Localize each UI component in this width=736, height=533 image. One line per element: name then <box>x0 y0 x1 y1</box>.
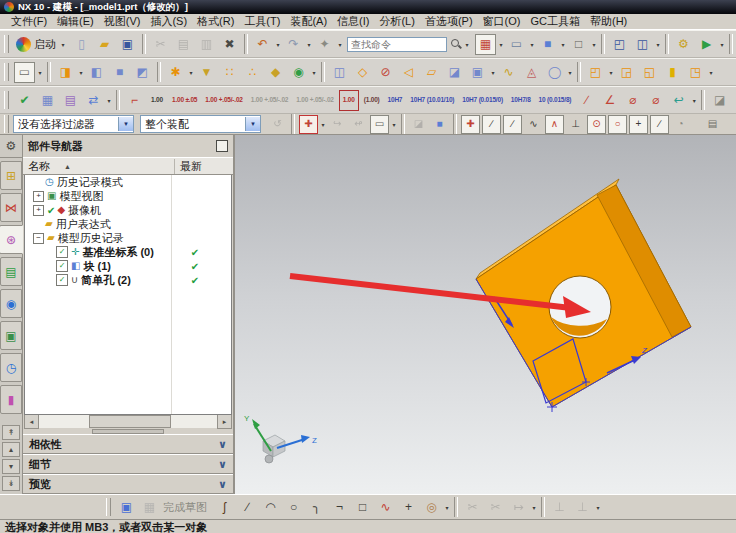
snap-quadrant-icon[interactable]: ○ <box>608 115 627 134</box>
view-layout-icon[interactable]: ▦ <box>475 34 496 55</box>
revolve-icon[interactable]: ◧ <box>86 62 107 83</box>
chamfer-icon[interactable]: ◪ <box>444 62 465 83</box>
part-navigator-icon[interactable]: ⊛ <box>0 225 23 254</box>
history-palette-icon[interactable]: ▣ <box>0 321 22 350</box>
point-icon[interactable]: + <box>398 497 419 518</box>
scroll-first-icon[interactable]: ↟ <box>2 425 20 440</box>
chevron-down-icon[interactable] <box>187 63 195 82</box>
snap-center-icon[interactable]: ⊙ <box>587 115 606 134</box>
tree-item-block[interactable]: ✓ ◧ 块 (1) ✔ <box>25 259 231 273</box>
menu-item[interactable]: 窗口(O) <box>478 14 526 29</box>
chevron-down-icon[interactable]: ∨ <box>218 458 227 471</box>
marquee-rectangle-icon[interactable]: ▭ <box>370 115 389 134</box>
tree-item-history-mode[interactable]: ◷ 历史记录模式 <box>25 175 231 189</box>
sphere-icon[interactable]: ◯ <box>544 62 565 83</box>
section-dependencies[interactable]: 相依性 ∨ <box>23 434 233 454</box>
rectangle-icon[interactable]: □ <box>352 497 373 518</box>
undo-icon[interactable]: ↶ <box>252 34 273 55</box>
feature-checkbox[interactable]: ✓ <box>56 246 68 258</box>
line-icon[interactable]: ∕ <box>237 497 258 518</box>
perpendicular-dimension-icon[interactable]: ∠ <box>599 90 620 111</box>
command-search-input[interactable] <box>347 37 447 52</box>
feature-checkbox[interactable]: ✓ <box>56 274 68 286</box>
mirror-feature-icon[interactable]: ◫ <box>329 62 350 83</box>
chevron-down-icon[interactable] <box>390 115 398 134</box>
replace-face-icon[interactable]: ◳ <box>685 62 706 83</box>
open-icon[interactable]: ▰ <box>94 34 115 55</box>
general-selection-icon[interactable]: ↺ <box>268 115 287 134</box>
snap-all-icon[interactable]: ✚ <box>461 115 480 134</box>
fit-format-10H7[interactable]: 10H7 <box>385 90 406 111</box>
chevron-down-icon[interactable] <box>305 35 313 54</box>
copy-icon[interactable]: ▤ <box>173 34 194 55</box>
chamfer-icon[interactable]: ¬ <box>329 497 350 518</box>
view-triad[interactable]: Y Z <box>244 414 317 463</box>
chevron-down-icon[interactable]: ∨ <box>218 478 227 491</box>
pattern-feature-icon[interactable]: ∷ <box>219 62 240 83</box>
section-preview[interactable]: 预览 ∨ <box>23 474 233 494</box>
arc-icon[interactable]: ◠ <box>260 497 281 518</box>
tree-item-datum-csys[interactable]: ✓ ✛ 基准坐标系 (0) ✔ <box>25 245 231 259</box>
menu-item[interactable]: 首选项(P) <box>420 14 478 29</box>
adjust-face-icon[interactable]: ◱ <box>639 62 660 83</box>
finish-sketch-label[interactable]: 完成草图 <box>163 500 207 515</box>
paste-icon[interactable]: ▥ <box>196 34 217 55</box>
tree-item-simple-hole[interactable]: ✓ ∪ 简单孔 (2) ✔ <box>25 273 231 287</box>
roles-icon[interactable]: ▮ <box>0 385 22 414</box>
toolbar-grip[interactable] <box>4 115 9 133</box>
toolbar-grip[interactable] <box>106 498 111 516</box>
window-view-icon[interactable]: □ <box>568 34 589 55</box>
chevron-down-icon[interactable] <box>559 35 567 54</box>
undock-icon[interactable] <box>216 140 228 152</box>
chevron-down-icon[interactable] <box>59 35 67 54</box>
offset-face-icon[interactable]: ◇ <box>352 62 373 83</box>
dim-format-bilateral-2[interactable]: 1.00 +.05/-.02 <box>248 90 292 111</box>
profile-icon[interactable]: ʃ <box>214 497 235 518</box>
radius-dimension-icon[interactable]: ⌀ <box>645 90 666 111</box>
menu-item[interactable]: 工具(T) <box>239 14 285 29</box>
pattern-face-icon[interactable]: ◲ <box>616 62 637 83</box>
fit-format-tol[interactable]: 10H7 (0.015/0) <box>459 90 506 111</box>
chevron-down-icon[interactable] <box>690 91 698 110</box>
sweep-icon[interactable]: ∿ <box>498 62 519 83</box>
select-previous-icon[interactable]: ↪ <box>328 115 347 134</box>
pattern-fan-icon[interactable]: ✱ <box>165 62 186 83</box>
menu-item[interactable]: GC工具箱 <box>525 14 585 29</box>
dim-format-boxed[interactable]: 1.00 <box>339 90 359 111</box>
constraint-navigator-icon[interactable]: ⋈ <box>0 193 22 222</box>
shell-icon[interactable]: ▱ <box>421 62 442 83</box>
dim-format-bilateral[interactable]: 1.00 +.05/-.02 <box>202 90 246 111</box>
chevron-down-icon[interactable] <box>594 498 602 517</box>
shaded-cube-icon[interactable]: ■ <box>537 34 558 55</box>
erase-dimension-icon[interactable]: ◪ <box>709 90 730 111</box>
sketch-display-icon[interactable]: ▦ <box>139 497 160 518</box>
assembly-navigator-icon[interactable]: ⊞ <box>0 161 22 190</box>
column-name[interactable]: 名称 ▲ <box>23 159 174 174</box>
trim-icon[interactable]: ✂ <box>462 497 483 518</box>
snap-point-on-face-icon[interactable]: ◔ <box>671 115 690 134</box>
circle-icon[interactable]: ○ <box>283 497 304 518</box>
offset-curve-icon[interactable]: ◎ <box>421 497 442 518</box>
scroll-up-icon[interactable]: ▴ <box>2 442 20 457</box>
move-face-icon[interactable]: ◰ <box>585 62 606 83</box>
pattern-geometry-icon[interactable]: ∴ <box>242 62 263 83</box>
draft-icon[interactable]: ◁ <box>398 62 419 83</box>
viewport-canvas[interactable]: Z Y Z <box>235 135 736 494</box>
expand-toggle[interactable]: + <box>33 205 44 216</box>
menu-item[interactable]: 编辑(E) <box>52 14 99 29</box>
chevron-down-icon[interactable] <box>245 117 260 131</box>
menu-item[interactable]: 文件(F) <box>6 14 52 29</box>
gear-icon[interactable]: ⚙ <box>0 135 22 158</box>
chevron-down-icon[interactable] <box>118 117 133 131</box>
chevron-down-icon[interactable] <box>443 498 451 517</box>
snap-toggle-icon[interactable]: ✚ <box>299 115 318 134</box>
chevron-down-icon[interactable] <box>530 498 538 517</box>
snap-endpoint-icon[interactable]: ∕ <box>482 115 501 134</box>
sketch-icon[interactable]: ▭ <box>14 62 35 83</box>
chevron-down-icon[interactable] <box>319 115 327 134</box>
auto-constrain-icon[interactable]: ⊥ <box>572 497 593 518</box>
play-animation-icon[interactable]: ▶ <box>696 34 717 55</box>
sketch-task-env-icon[interactable]: ▣ <box>116 497 137 518</box>
keyboard-icon[interactable]: ▤ <box>703 115 722 134</box>
unite-icon[interactable]: ◆ <box>265 62 286 83</box>
